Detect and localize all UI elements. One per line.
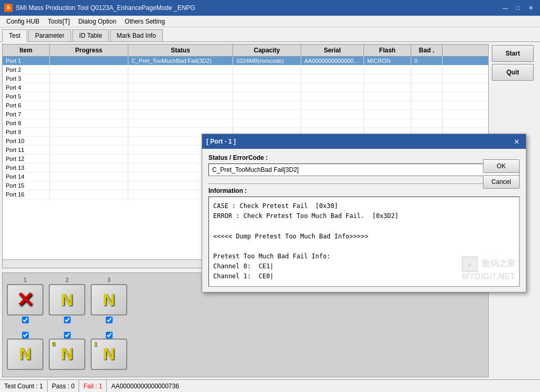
dialog-overlay: [ Port - 1 ] ✕ Status / ErrorCode : Info… — [0, 0, 540, 392]
dialog-close-button[interactable]: ✕ — [511, 136, 522, 147]
info-area: CASE : Check Pretest Fail [0x30] ERROR :… — [208, 197, 520, 287]
status-label: Status / ErrorCode : — [208, 154, 520, 161]
divider — [208, 183, 520, 184]
info-label: Information : — [208, 187, 520, 194]
ok-button[interactable]: OK — [483, 159, 520, 173]
dialog-title-text: [ Port - 1 ] — [206, 138, 236, 145]
cancel-button[interactable]: Cancel — [483, 175, 520, 189]
status-input[interactable] — [208, 164, 520, 176]
port-dialog: [ Port - 1 ] ✕ Status / ErrorCode : Info… — [202, 134, 526, 292]
dialog-buttons: OK Cancel — [483, 159, 520, 189]
dialog-title-bar: [ Port - 1 ] ✕ — [202, 134, 526, 149]
dialog-body: Status / ErrorCode : Information : CASE … — [202, 149, 526, 292]
